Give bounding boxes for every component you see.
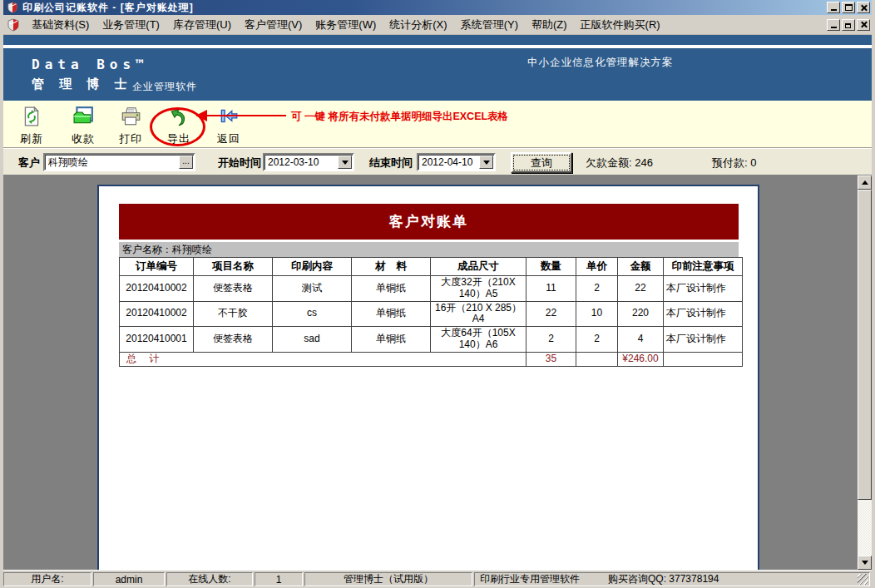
customer-input[interactable]: 科翔喷绘 ... bbox=[43, 153, 195, 171]
end-date-combobox[interactable]: 2012-04-10 bbox=[417, 153, 496, 171]
end-date-label: 结束时间 bbox=[369, 156, 413, 170]
menu-basic-data[interactable]: 基础资料(S) bbox=[25, 15, 96, 35]
total-label: 总 计 bbox=[120, 352, 526, 366]
mdi-restore-button[interactable] bbox=[842, 19, 855, 31]
menu-inventory[interactable]: 库存管理(U) bbox=[166, 15, 238, 35]
minimize-icon bbox=[831, 9, 837, 11]
cell-notes: 本厂设计制作 bbox=[664, 301, 743, 327]
collect-payment-icon bbox=[72, 106, 94, 130]
prepay-amount: 预付款: 0 bbox=[712, 156, 756, 170]
back-icon bbox=[218, 106, 240, 130]
edition-info: 管理博士（试用版） bbox=[304, 572, 472, 586]
refresh-icon bbox=[21, 106, 42, 130]
menu-bar: 基础资料(S) 业务管理(T) 库存管理(U) 客户管理(V) 账务管理(W) … bbox=[3, 15, 872, 35]
menu-buy-genuine[interactable]: 正版软件购买(R) bbox=[574, 15, 667, 35]
chevron-down-icon bbox=[342, 161, 349, 165]
close-button[interactable] bbox=[857, 2, 870, 13]
cell-price: 10 bbox=[576, 301, 618, 327]
menu-help[interactable]: 帮助(Z) bbox=[525, 15, 574, 35]
col-amount: 金额 bbox=[618, 258, 664, 276]
cell-size: 大度32开（210X 140）A5 bbox=[431, 276, 526, 302]
cell-qty: 22 bbox=[526, 301, 576, 327]
mdi-close-icon bbox=[860, 21, 868, 28]
scroll-up-button[interactable] bbox=[858, 175, 872, 190]
chevron-down-icon bbox=[483, 161, 490, 165]
toolbar: 刷新 收款 打印 导出 返回 可 一键 bbox=[3, 101, 872, 148]
col-content: 印刷内容 bbox=[273, 258, 352, 276]
start-date-dropdown-button[interactable] bbox=[338, 156, 352, 169]
cell-amount: 4 bbox=[618, 327, 664, 353]
export-button[interactable]: 导出 bbox=[158, 106, 200, 146]
col-size: 成品尺寸 bbox=[431, 258, 526, 276]
maximize-button[interactable] bbox=[842, 2, 855, 13]
menu-business[interactable]: 业务管理(T) bbox=[96, 15, 166, 35]
menu-items: 基础资料(S) 业务管理(T) 库存管理(U) 客户管理(V) 账务管理(W) … bbox=[25, 15, 825, 35]
mdi-restore-icon bbox=[845, 23, 851, 28]
cell-size: 大度64开（105X 140）A6 bbox=[431, 327, 526, 353]
app-shield-icon bbox=[7, 2, 18, 13]
minimize-button[interactable] bbox=[827, 2, 840, 13]
total-notes-empty bbox=[664, 352, 743, 366]
brand-name: Data Bos™ bbox=[32, 57, 149, 72]
cell-material: 单铜纸 bbox=[352, 327, 431, 353]
table-row: 20120410002 便签表格 测试 单铜纸 大度32开（210X 140）A… bbox=[120, 276, 743, 302]
cell-size: 16开（210 X 285）A4 bbox=[431, 301, 526, 327]
product-info-panel: 印刷行业专用管理软件 购买咨询QQ: 377378194 bbox=[474, 572, 870, 586]
statement-customer-line: 客户名称：科翔喷绘 bbox=[119, 242, 739, 257]
refresh-button[interactable]: 刷新 bbox=[11, 106, 52, 146]
menu-system[interactable]: 系统管理(Y) bbox=[454, 15, 525, 35]
start-date-label: 开始时间 bbox=[218, 156, 261, 170]
vertical-scrollbar[interactable] bbox=[858, 175, 872, 570]
print-label: 打印 bbox=[119, 131, 142, 146]
cell-price: 2 bbox=[576, 276, 618, 302]
table-row: 20120410002 不干胶 cs 单铜纸 16开（210 X 285）A4 … bbox=[120, 301, 743, 327]
online-count-label: 在线人数: bbox=[166, 572, 253, 586]
col-qty: 数量 bbox=[526, 258, 576, 276]
annotation-text: 可 一键 将所有未付款单据明细导出EXCEL表格 bbox=[291, 110, 508, 124]
cell-content: 测试 bbox=[273, 276, 352, 302]
resize-grip[interactable] bbox=[858, 574, 868, 585]
brand-name-cn: 管 理 博 士 bbox=[32, 77, 133, 92]
table-total-row: 总 计 35 ¥246.00 bbox=[120, 352, 743, 366]
status-bar: 用户名: admin 在线人数: 1 管理博士（试用版） 印刷行业专用管理软件 … bbox=[3, 570, 872, 588]
start-date-combobox[interactable]: 2012-03-10 bbox=[263, 153, 354, 171]
product-name: 印刷行业专用管理软件 bbox=[480, 572, 580, 586]
collect-payment-button[interactable]: 收款 bbox=[62, 106, 104, 146]
debt-amount: 欠款金额: 246 bbox=[586, 156, 653, 170]
mdi-minimize-icon bbox=[831, 27, 837, 28]
col-price: 单价 bbox=[576, 258, 618, 276]
mdi-close-button[interactable] bbox=[857, 19, 870, 31]
menu-statistics[interactable]: 统计分析(X) bbox=[383, 15, 453, 35]
brand-slogan: 中小企业信息化管理解决方案 bbox=[527, 56, 674, 70]
cell-order-no: 20120410002 bbox=[120, 301, 194, 327]
customer-label: 客户 bbox=[18, 156, 40, 170]
brand-banner: Data Bos™ 管 理 博 士 企业管理软件 中小企业信息化管理解决方案 bbox=[3, 48, 872, 101]
brand-subtitle: 企业管理软件 bbox=[132, 80, 197, 94]
customer-value: 科翔喷绘 bbox=[48, 156, 88, 170]
end-date-value: 2012-04-10 bbox=[422, 156, 472, 168]
print-button[interactable]: 打印 bbox=[110, 106, 151, 146]
table-row: 20120410001 便签表格 sad 单铜纸 大度64开（105X 140）… bbox=[120, 327, 743, 353]
customer-browse-button[interactable]: ... bbox=[179, 156, 193, 169]
mdi-minimize-button[interactable] bbox=[827, 19, 840, 31]
total-price-empty bbox=[576, 352, 618, 366]
triangle-down-icon bbox=[862, 561, 868, 565]
username-label: 用户名: bbox=[3, 572, 91, 586]
cell-price: 2 bbox=[576, 327, 618, 353]
window-title: 印刷公司记账软件 - [客户对账处理] bbox=[22, 1, 825, 15]
cell-project: 便签表格 bbox=[194, 276, 273, 302]
query-button[interactable]: 查询 bbox=[511, 152, 572, 173]
scrollbar-thumb[interactable] bbox=[858, 190, 872, 500]
menu-finance[interactable]: 账务管理(W) bbox=[309, 15, 383, 35]
total-qty: 35 bbox=[526, 352, 576, 366]
col-notes: 印前注意事项 bbox=[664, 258, 743, 276]
menu-customer[interactable]: 客户管理(V) bbox=[238, 15, 309, 35]
cell-project: 不干胶 bbox=[194, 301, 273, 327]
cell-qty: 2 bbox=[526, 327, 576, 353]
back-button[interactable]: 返回 bbox=[208, 106, 250, 146]
filter-bar: 客户 科翔喷绘 ... 开始时间 2012-03-10 结束时间 2012-04… bbox=[3, 148, 872, 175]
scroll-down-button[interactable] bbox=[858, 556, 872, 570]
end-date-dropdown-button[interactable] bbox=[479, 156, 493, 169]
cell-material: 单铜纸 bbox=[352, 276, 431, 302]
cell-order-no: 20120410001 bbox=[120, 327, 194, 353]
